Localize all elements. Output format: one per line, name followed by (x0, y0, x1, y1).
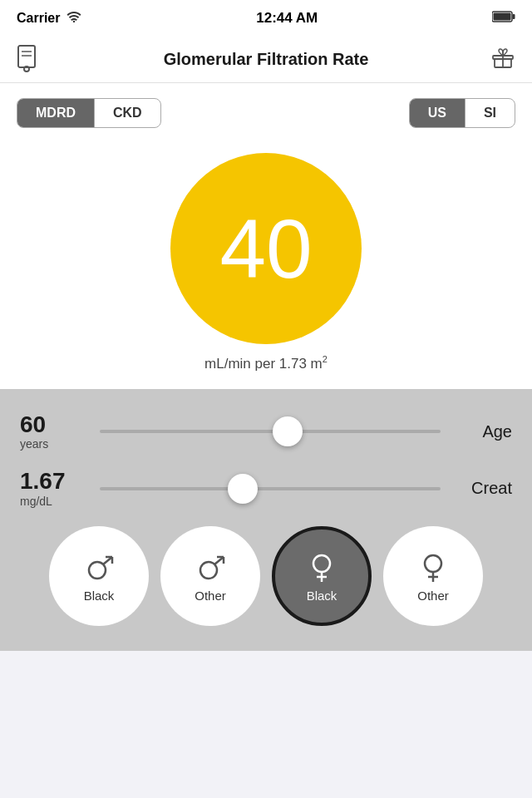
gender-female-black-label: Black (307, 589, 337, 603)
svg-line-12 (103, 557, 112, 564)
gfr-display: 40 mL/min per 1.73 m2 (17, 136, 515, 381)
svg-point-19 (313, 555, 330, 572)
svg-rect-3 (494, 13, 511, 21)
gender-male-black-label: Black (84, 589, 115, 603)
gender-male-other-label: Other (195, 589, 226, 603)
male-symbol-icon (82, 550, 116, 584)
gender-row: Black Other Bla (20, 526, 512, 626)
male-symbol-icon-2 (194, 550, 227, 584)
app-header: Glomerular Filtration Rate (0, 37, 532, 83)
unit-toggle[interactable]: US SI (409, 98, 515, 128)
female-symbol-icon-2 (416, 550, 450, 584)
wifi-icon (66, 11, 81, 26)
creat-label-left: 1.67 mg/dL (20, 469, 86, 508)
creat-thumb[interactable] (228, 474, 258, 504)
formula-ckd-btn[interactable]: CKD (95, 99, 160, 127)
creat-label-right: Creat (454, 479, 512, 498)
gfr-unit: mL/min per 1.73 m2 (204, 354, 328, 372)
age-unit: years (20, 437, 86, 451)
age-slider-row: 60 years Age (20, 412, 512, 451)
main-panel: MDRD CKD US SI 40 mL/min per 1.73 m2 (0, 83, 532, 389)
gfr-value: 40 (219, 207, 312, 290)
female-symbol-icon (305, 550, 338, 584)
age-slider[interactable] (100, 413, 441, 450)
unit-si-btn[interactable]: SI (466, 99, 515, 127)
unit-us-btn[interactable]: US (410, 99, 466, 127)
status-bar: Carrier 12:44 AM (0, 0, 532, 37)
svg-line-16 (214, 557, 224, 564)
svg-rect-2 (513, 14, 515, 19)
gfr-circle: 40 (170, 153, 362, 344)
gender-male-black-btn[interactable]: Black (49, 526, 149, 626)
formula-toggle[interactable]: MDRD CKD (17, 98, 161, 128)
svg-point-0 (73, 21, 75, 22)
svg-point-5 (24, 66, 29, 71)
age-label-right: Age (454, 422, 512, 441)
age-track (100, 430, 441, 433)
creat-slider-row: 1.67 mg/dL Creat (20, 469, 512, 508)
creat-value: 1.67 (20, 469, 86, 495)
gender-female-other-btn[interactable]: Other (383, 526, 483, 626)
svg-point-22 (425, 555, 441, 572)
creat-track (100, 487, 441, 490)
status-bar-right (492, 11, 515, 26)
gender-female-black-btn[interactable]: Black (272, 526, 372, 626)
creat-slider[interactable] (100, 470, 441, 507)
age-label-left: 60 years (20, 412, 86, 451)
status-time: 12:44 AM (256, 10, 318, 27)
status-bar-left: Carrier (17, 11, 81, 26)
formula-mdrd-btn[interactable]: MDRD (17, 99, 95, 127)
gender-male-other-btn[interactable]: Other (160, 526, 260, 626)
carrier-label: Carrier (17, 11, 60, 26)
bottom-panel: 60 years Age 1.67 mg/dL Creat (0, 389, 532, 652)
controls-row: MDRD CKD US SI (17, 98, 515, 128)
age-value: 60 (20, 412, 86, 438)
age-thumb[interactable] (273, 416, 303, 446)
page-title: Glomerular Filtration Rate (164, 50, 369, 69)
creat-unit: mg/dL (20, 495, 86, 508)
gender-female-other-label: Other (417, 589, 449, 603)
battery-icon (492, 11, 515, 26)
gift-icon[interactable] (490, 46, 515, 74)
svg-rect-4 (18, 46, 35, 67)
document-icon[interactable] (17, 44, 42, 76)
